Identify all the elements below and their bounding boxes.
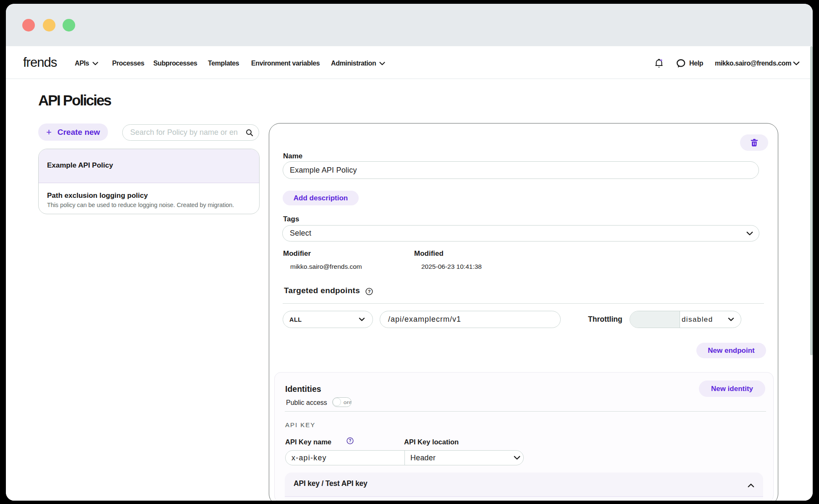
svg-text:?: ? xyxy=(368,289,371,294)
svg-text:?: ? xyxy=(349,438,351,443)
